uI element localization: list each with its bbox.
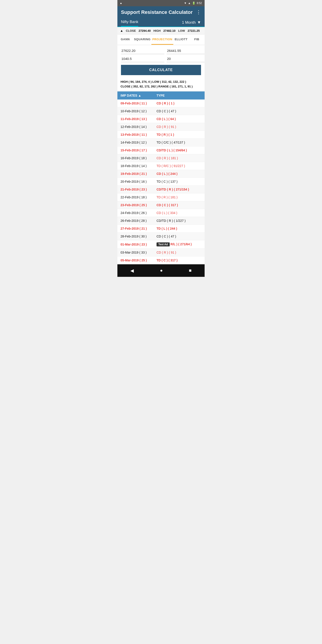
table-row: 23-Feb-2019 ( 25 )CD ( C ) ( 317 ) [118,201,204,209]
row-date: 03-Mar-2019 ( 33 ) [120,251,156,254]
table-row: 16-Feb-2019 ( 18 )CD ( R ) ( 181 ) [118,154,204,162]
row-date: 10-Feb-2019 ( 12 ) [120,109,156,113]
table-row: 21-Feb-2019 ( 23 )CD/TD ( R ) ( 271/154 … [118,186,204,194]
row-type: TD ( R ) ( 1 ) [156,133,202,136]
wifi-icon: ▼ [184,2,187,5]
row-date: 09-Feb-2019 ( 11 ) [120,102,156,105]
row-date: 12-Feb-2019 ( 14 ) [120,125,156,128]
stock-name[interactable]: Nifty Bank [121,20,138,26]
row-type: TD ( C/C ) ( 47/137 ) [156,141,202,144]
col-header-date: IMP DATES ▲ [120,94,156,97]
app-header: Support Resistance Calculator ⋮ [118,6,204,18]
tab-elliott[interactable]: ELLIOTT [173,34,189,45]
nav-home[interactable]: ● [156,267,167,274]
input-high[interactable] [121,48,164,54]
results-header: HIGH ( 94, 184, 274, 4 ) LOW ( 312, 42, … [118,77,204,92]
row-date: 26-Feb-2019 ( 28 ) [120,219,156,222]
row-date: 01-Mar-2019 ( 23 ) [120,242,156,246]
tabs: GANN SQUARING PROJECTION ELLIOTT FIB [118,34,204,45]
row-date: 28-Feb-2019 ( 30 ) [120,234,156,238]
row-type: CD/TD ( R ) ( 1/227 ) [156,219,202,222]
table-row: 14-Feb-2019 ( 12 )TD ( C/C ) ( 47/137 ) [118,139,204,146]
table-row: 11-Feb-2019 ( 13 )CD ( L ) ( 64 ) [118,115,204,123]
table-row: 13-Feb-2019 ( 11 )TD ( R ) ( 1 ) [118,131,204,139]
row-type: CD ( R ) ( 181 ) [156,156,202,160]
test-ad-badge: Test Ad [156,242,170,246]
nav-back[interactable]: ◀ [126,267,138,274]
row-type: CD ( L ) ( 334 ) [156,211,202,215]
close-label: CLOSE [126,29,136,32]
period-label: 1 Month [182,20,196,25]
row-type: CD ( R ) ( 91 ) [156,251,202,254]
table-header: IMP DATES ▲ TYPE [118,92,204,100]
nav-bar: ◀ ● ■ [118,264,204,277]
row-type: TD ( R/C ) ( 91/227 ) [156,164,202,168]
high-value: 27482.10 [163,29,175,32]
row-type: TD ( R ) ( 181 ) [156,196,202,199]
period-selector[interactable]: 1 Month ▼ [182,20,201,26]
menu-icon[interactable]: ⋮ [196,10,201,15]
status-icon: ● [120,2,122,5]
price-bar: ▲ CLOSE 27294.40 HIGH 27482.10 LOW 27221… [118,27,204,34]
row-date: 22-Feb-2019 ( 18 ) [120,196,156,199]
battery-icon: 🔋 [192,2,196,5]
table-row: 10-Feb-2019 ( 12 )CD ( C ) ( 47 ) [118,107,204,115]
row-date: 19-Feb-2019 ( 21 ) [120,172,156,176]
nav-square[interactable]: ■ [184,267,196,274]
table-row: 19-Feb-2019 ( 21 )CD ( L ) ( 244 ) [118,170,204,178]
row-type: CD ( C ) ( 47 ) [156,234,202,238]
results-line-2: CLOSE ( 352, 82, 172, 262 ) RANGE ( 181,… [120,84,202,89]
row-date: 23-Feb-2019 ( 25 ) [120,203,156,207]
row-date: 05-Mar-2019 ( 25 ) [120,258,156,262]
table-row: 27-Feb-2019 ( 21 )TD ( L ) ( 244 ) [118,225,204,232]
tab-gann[interactable]: GANN [118,34,133,45]
table-row: 28-Feb-2019 ( 30 )CD ( C ) ( 47 ) [118,232,204,240]
input-range[interactable] [121,56,164,62]
calculate-button[interactable]: CALCULATE [121,65,201,75]
row-date: 24-Feb-2019 ( 26 ) [120,211,156,215]
row-type: CD ( C ) ( 317 ) [156,203,202,207]
input-section: CALCULATE [118,45,204,77]
dropdown-arrow: ▼ [197,20,201,25]
row-type: CD ( R ) ( 1 ) [156,102,202,105]
row-date: 11-Feb-2019 ( 13 ) [120,117,156,121]
row-type: CD ( R ) ( 91 ) [156,125,202,128]
input-row-2 [121,56,201,62]
row-type: CD ( L ) ( 244 ) [156,172,202,176]
input-period[interactable] [166,56,204,62]
table-row: 09-Feb-2019 ( 11 )CD ( R ) ( 1 ) [118,100,204,107]
table-row: 12-Feb-2019 ( 14 )CD ( R ) ( 91 ) [118,123,204,131]
row-date: 15-Feb-2019 ( 17 ) [120,148,156,152]
tab-fib[interactable]: FIB [189,34,204,45]
table-container: IMP DATES ▲ TYPE 09-Feb-2019 ( 11 )CD ( … [118,92,204,264]
price-up-arrow: ▲ [120,29,123,32]
high-label: HIGH [154,29,161,32]
time-display: 8:52 [197,2,202,5]
col-header-type: TYPE [156,94,202,97]
input-row-1 [121,48,201,54]
status-bar: ● ▼ ▲ 🔋 8:52 [118,0,204,6]
table-row: 22-Feb-2019 ( 18 )TD ( R ) ( 181 ) [118,194,204,201]
row-type: CD ( C ) ( 47 ) [156,109,202,113]
low-value: 27221.25 [188,29,200,32]
table-row: 24-Feb-2019 ( 26 )CD ( L ) ( 334 ) [118,209,204,217]
table-row: 01-Mar-2019 ( 23 )Test AdR/L ) ( 271/64 … [118,240,204,249]
row-date: 16-Feb-2019 ( 18 ) [120,156,156,160]
table-row: 18-Feb-2019 ( 14 )TD ( R/C ) ( 91/227 ) [118,162,204,170]
table-row: 15-Feb-2019 ( 17 )CD/TD ( L ) ( 154/64 ) [118,146,204,154]
row-date: 27-Feb-2019 ( 21 ) [120,227,156,230]
row-date: 13-Feb-2019 ( 11 ) [120,133,156,136]
row-type: TD ( L ) ( 244 ) [156,227,202,230]
row-type: TD ( C ) ( 137 ) [156,180,202,183]
tab-squaring[interactable]: SQUARING [133,34,152,45]
signal-icon: ▲ [188,2,191,5]
table-row: 26-Feb-2019 ( 28 )CD/TD ( R ) ( 1/227 ) [118,217,204,225]
results-line-1: HIGH ( 94, 184, 274, 4 ) LOW ( 312, 42, … [120,80,202,84]
row-type: Test AdR/L ) ( 271/64 ) [156,242,202,246]
table-row: 03-Mar-2019 ( 33 )CD ( R ) ( 91 ) [118,249,204,256]
low-label: LOW [178,29,185,32]
input-low[interactable] [166,48,204,54]
row-type: CD ( L ) ( 64 ) [156,117,202,121]
tab-projection[interactable]: PROJECTION [152,34,173,45]
row-type: CD/TD ( R ) ( 271/154 ) [156,188,202,191]
